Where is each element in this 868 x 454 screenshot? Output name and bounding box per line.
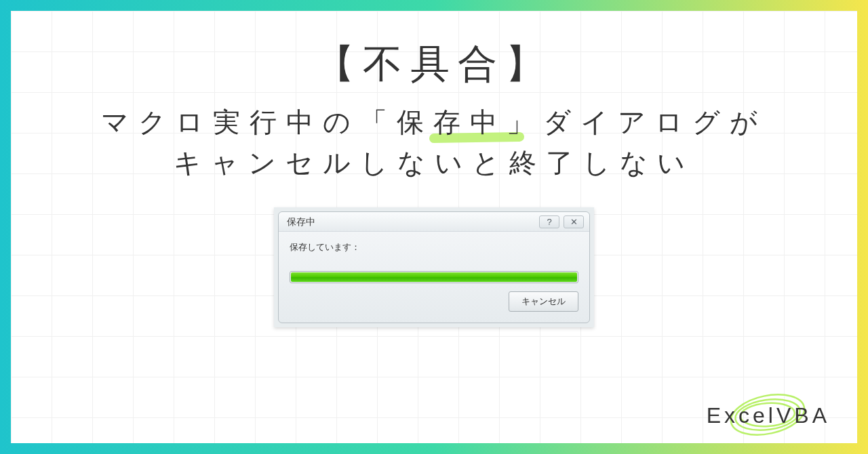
progress-fill	[291, 272, 577, 282]
page-title: 【不具合】	[315, 38, 553, 91]
dialog-screenshot: 保存中 ? ✕ 保存しています： キャンセル	[274, 207, 594, 327]
subtitle-line-2: キャンセルしないと終了しない	[101, 142, 767, 183]
close-icon[interactable]: ✕	[564, 215, 584, 228]
dialog-body: 保存しています： キャンセル	[279, 232, 589, 323]
dialog-titlebar: 保存中 ? ✕	[279, 212, 589, 232]
progress-bar	[290, 271, 578, 283]
dialog-title: 保存中	[287, 216, 539, 228]
content-frame: 【不具合】 マクロ実行中の「保存中」ダイアログが キャンセルしないと終了しない …	[11, 11, 857, 443]
watermark: ExcelVBA	[707, 403, 830, 428]
titlebar-buttons: ? ✕	[539, 215, 584, 228]
dialog-message: 保存しています：	[290, 241, 578, 253]
help-icon[interactable]: ?	[539, 215, 559, 228]
dialog-actions: キャンセル	[290, 291, 578, 312]
watermark-text: ExcelVBA	[707, 403, 830, 428]
cancel-button[interactable]: キャンセル	[509, 291, 578, 312]
save-dialog: 保存中 ? ✕ 保存しています： キャンセル	[278, 211, 590, 323]
subtitle-block: マクロ実行中の「保存中」ダイアログが キャンセルしないと終了しない	[101, 102, 767, 183]
subtitle-line-1: マクロ実行中の「保存中」ダイアログが	[101, 102, 767, 142]
